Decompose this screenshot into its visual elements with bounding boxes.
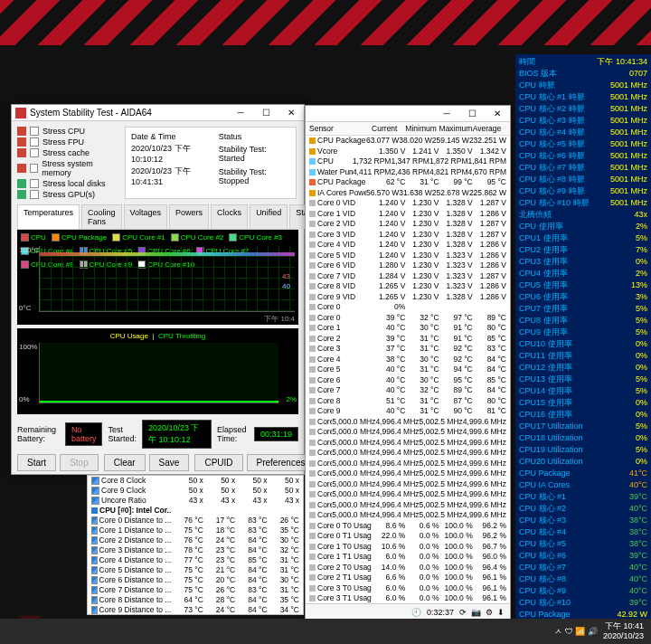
detail-row[interactable]: Core 9 Distance to ...73 °C24 °C84 °C34 … [88, 605, 303, 615]
sensor-row[interactable]: Core 239 °C31 °C91 °C85 °C [306, 334, 510, 345]
detail-row[interactable]: Core 1 Distance to ...75 °C18 °C83 °C35 … [88, 526, 303, 535]
system-tray[interactable]: ㅅ 🛡 📶 🔊 下午 10:41 2020/10/23 [547, 621, 651, 641]
stop-button[interactable]: Stop [60, 454, 99, 471]
titlebar[interactable]: ─ ☐ ✕ [306, 106, 510, 122]
col-header[interactable]: Sensor [309, 124, 372, 133]
detail-row[interactable]: Core 7 Distance to ...75 °C26 °C83 °C31 … [88, 585, 303, 595]
sensor-row[interactable]: Core 8 VID1.265 V1.230 V1.323 V1.286 V [306, 281, 510, 292]
sensor-row[interactable]: IA Cores Power56.570 W31.638 W252.678 W2… [306, 188, 510, 199]
col-header[interactable]: Maximum [439, 124, 473, 133]
sensor-row[interactable]: Core 4 VID1.240 V1.230 V1.328 V1.286 V [306, 240, 510, 251]
tab[interactable]: Voltages [124, 204, 168, 229]
sensor-row[interactable]: Core 5 VID1.240 V1.230 V1.323 V1.286 V [306, 251, 510, 261]
sensor-row[interactable]: Vcore1.350 V1.241 V1.350 V1.342 V [306, 147, 510, 157]
sensor-row[interactable]: Core 3 VID1.240 V1.230 V1.328 V1.287 V [306, 230, 510, 241]
save-button[interactable]: Save [149, 454, 190, 471]
legend-item[interactable]: CPU Core #2 [171, 233, 224, 242]
tab[interactable]: Clocks [211, 204, 248, 229]
sensor-row[interactable]: Core 140 °C30 °C91 °C80 °C [306, 323, 510, 334]
sensor-row[interactable]: Core 039 °C32 °C97 °C89 °C [306, 313, 510, 324]
sensor-row[interactable]: Core 940 °C31 °C90 °C81 °C [306, 406, 510, 417]
legend-item[interactable]: CPU [21, 233, 46, 242]
sensor-row[interactable]: Core 337 °C31 °C92 °C83 °C [306, 344, 510, 355]
aida64-stability-window[interactable]: System Stability Test - AIDA64 ─ ☐ ✕ Str… [11, 104, 305, 475]
sensor-row[interactable]: Core 740 °C32 °C89 °C84 °C [306, 385, 510, 396]
start-button[interactable]: Start [17, 454, 56, 471]
sensor-row[interactable]: Core 9 Clock5,000.0 MHz4,996.4 MHz5,002.… [306, 510, 510, 521]
sensor-row[interactable]: CPU1,732 RPM1,347 RPM1,872 RPM1,841 RPM [306, 156, 510, 167]
col-header[interactable]: Average [473, 124, 506, 133]
detail-row[interactable]: Core 0 Distance to ...76 °C17 °C83 °C26 … [88, 516, 303, 526]
clear-button[interactable]: Clear [104, 454, 146, 471]
stress-check[interactable]: Stress system memory [17, 159, 121, 177]
sensor-row[interactable]: Core 640 °C30 °C95 °C85 °C [306, 375, 510, 386]
minimize-button[interactable]: ─ [228, 105, 253, 121]
sensor-row[interactable]: Core 7 Clock5,000.0 MHz4,996.4 MHz5,002.… [306, 489, 510, 500]
sensor-row[interactable]: Core 3 T1 Usage6.0 %0.0 %100.0 %96.1 % [306, 593, 510, 604]
cpuid-button[interactable]: CPUID [194, 454, 242, 471]
sensor-row[interactable]: Core 1 VID1.240 V1.230 V1.328 V1.286 V [306, 209, 510, 220]
sensor-row[interactable]: Core 1 Clock5,000.0 MHz4,996.4 MHz5,002.… [306, 427, 510, 438]
sensor-row[interactable]: CPU Package Power63.077 W38.020 W259.145… [306, 136, 510, 147]
sensor-row[interactable]: Core 1 T1 Usage6.0 %0.0 %100.0 %96.0 % [306, 552, 510, 563]
aida-detail-pane[interactable]: Core 8 Clock50 x50 x50 x50 xCore 9 Clock… [87, 475, 304, 615]
sensor-row[interactable]: Core 0 Clock5,000.0 MHz4,996.4 MHz5,002.… [306, 417, 510, 428]
sensor-row[interactable]: Core 2 VID1.240 V1.230 V1.328 V1.287 V [306, 219, 510, 230]
sensor-rows[interactable]: CPU Package Power63.077 W38.020 W259.145… [306, 136, 510, 615]
sensor-row[interactable]: Core 540 °C31 °C94 °C84 °C [306, 365, 510, 375]
tab[interactable]: Temperatures [17, 204, 80, 229]
sensor-row[interactable]: Core 7 VID1.284 V1.230 V1.323 V1.287 V [306, 271, 510, 282]
sensor-row[interactable]: Core 0 T0 Usage8.6 %0.6 %100.0 %96.2 % [306, 521, 510, 532]
sensor-row[interactable]: Core 6 VID1.280 V1.230 V1.323 V1.286 V [306, 260, 510, 271]
stress-check[interactable]: Stress cache [17, 148, 121, 157]
col-header[interactable]: Minimum [405, 124, 439, 133]
stress-check[interactable]: Stress local disks [17, 179, 121, 188]
sensor-row[interactable]: Core 3 T0 Usage6.0 %0.0 %100.0 %96.1 % [306, 583, 510, 594]
sensor-row[interactable]: Core 4 Clock5,000.0 MHz4,996.4 MHz5,002.… [306, 459, 510, 469]
sensor-row[interactable]: Core 1 T0 Usage10.6 %0.0 %100.0 %96.7 % [306, 542, 510, 553]
legend-item[interactable]: CPU Core #1 [112, 233, 165, 242]
tray-icons[interactable]: ㅅ 🛡 📶 🔊 [554, 626, 598, 638]
sensor-row[interactable]: Core 6 Clock5,000.0 MHz4,996.4 MHz5,002.… [306, 479, 510, 490]
maximize-button[interactable]: ☐ [253, 105, 278, 121]
legend-item[interactable]: CPU Core #3 [229, 233, 282, 242]
legend-item[interactable]: CPU Package [52, 233, 107, 242]
stress-check[interactable]: Stress CPU [17, 127, 121, 136]
taskbar[interactable]: ㅅ 🛡 📶 🔊 下午 10:41 2020/10/23 [0, 619, 651, 644]
titlebar[interactable]: System Stability Test - AIDA64 ─ ☐ ✕ [12, 105, 304, 121]
detail-row[interactable]: Core 3 Distance to ...78 °C23 °C84 °C32 … [88, 545, 303, 555]
sensor-row[interactable]: Core 0 T1 Usage22.0 %0.0 %100.0 %96.2 % [306, 531, 510, 542]
sensor-row[interactable]: Core 851 °C31 °C87 °C80 °C [306, 396, 510, 407]
sensor-window[interactable]: ─ ☐ ✕ SensorCurrentMinimumMaximumAverage… [305, 105, 511, 620]
stress-check[interactable]: Stress FPU [17, 137, 121, 147]
tab[interactable]: Unified [250, 204, 288, 229]
detail-row[interactable]: Core 5 Distance to ...75 °C21 °C84 °C31 … [88, 565, 303, 575]
sensor-row[interactable]: Core 0 VID1.240 V1.230 V1.328 V1.287 V [306, 198, 510, 209]
sensor-row[interactable]: Core 5 Clock5,000.0 MHz4,996.4 MHz5,002.… [306, 469, 510, 479]
sensor-row[interactable]: Core 3 Clock5,000.0 MHz4,996.4 MHz5,002.… [306, 448, 510, 459]
detail-row[interactable]: Core 2 Distance to ...76 °C24 °C84 °C30 … [88, 535, 303, 545]
detail-row[interactable]: Core 4 Distance to ...77 °C23 °C85 °C31 … [88, 555, 303, 565]
detail-row[interactable]: Core 6 Distance to ...75 °C20 °C84 °C30 … [88, 575, 303, 585]
sensor-row[interactable]: Core 438 °C30 °C92 °C84 °C [306, 355, 510, 365]
tab[interactable]: Powers [169, 204, 209, 229]
sensor-row[interactable]: Core 00% [306, 302, 510, 313]
sensor-row[interactable]: Core 8 Clock5,000.0 MHz4,996.4 MHz5,002.… [306, 500, 510, 511]
tab[interactable]: Cooling Fans [81, 204, 122, 229]
sensor-row[interactable]: Water Pump+4,411 RPM2,436 RPM4,821 RPM4,… [306, 167, 510, 178]
stress-check[interactable]: Stress GPU(s) [17, 190, 121, 199]
sensor-row[interactable]: Core 9 VID1.265 V1.230 V1.328 V1.286 V [306, 292, 510, 303]
sensor-row[interactable]: Core 2 T1 Usage6.6 %0.0 %100.0 %96.1 % [306, 573, 510, 583]
minimize-button[interactable]: ─ [434, 106, 459, 122]
close-button[interactable]: ✕ [485, 106, 510, 122]
detail-row[interactable]: Core 8 Distance to ...64 °C28 °C84 °C35 … [88, 595, 303, 605]
detail-row[interactable]: Core 9 Clock50 x50 x50 x50 x [88, 486, 303, 496]
control-icons[interactable]: ⟳ 📷 ⚙ ⬇ [459, 608, 505, 617]
col-header[interactable]: Current [372, 124, 405, 133]
sensor-row[interactable]: Core 2 Clock5,000.0 MHz4,996.4 MHz5,002.… [306, 438, 510, 449]
detail-row[interactable]: Core 8 Clock50 x50 x50 x50 x [88, 476, 303, 486]
sensor-row[interactable]: Core 2 T0 Usage14.0 %0.0 %100.0 %96.4 % [306, 563, 510, 573]
close-button[interactable]: ✕ [278, 105, 304, 121]
sensor-row[interactable]: CPU Package62 °C31 °C99 °C95 °C [306, 177, 510, 188]
detail-group[interactable]: CPU [#0]: Intel Cor... [88, 506, 303, 516]
